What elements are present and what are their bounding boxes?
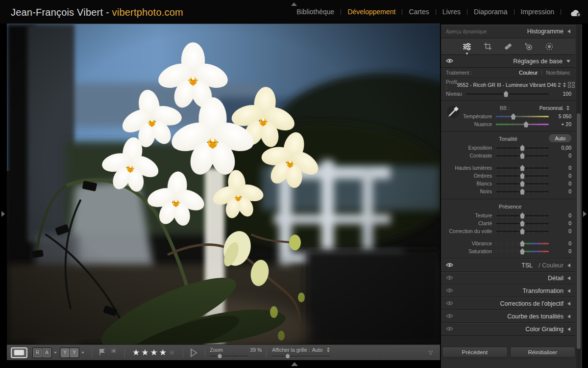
grid-slider-thumb[interactable] (285, 354, 290, 359)
tint-slider[interactable] (496, 120, 549, 128)
crop-tool[interactable] (483, 42, 492, 51)
compare-view-button[interactable]: Y Y (60, 347, 79, 358)
exposure-slider[interactable] (496, 144, 549, 152)
before-after-right[interactable]: A (43, 348, 51, 357)
module-diaporama[interactable]: Diaporama (473, 8, 508, 16)
blacks-slider[interactable] (496, 187, 549, 195)
panel-visibility-eye-icon[interactable] (446, 301, 453, 307)
whites-value[interactable]: 0 (549, 181, 571, 186)
panel-scrollbar[interactable] (576, 25, 581, 368)
tint-value[interactable]: + 20 (549, 121, 571, 127)
histogram-panel-header[interactable]: Aperçu dynamique Histogramme (441, 25, 575, 38)
texture-value[interactable]: 0 (549, 212, 571, 218)
module-developpement[interactable]: Développement (346, 8, 396, 16)
star-icon[interactable]: ★ (150, 348, 158, 357)
profile-amount-thumb[interactable] (503, 91, 509, 97)
collapse-arrow-icon[interactable] (567, 315, 570, 318)
contrast-slider[interactable] (496, 152, 549, 159)
compare-left[interactable]: Y (61, 348, 69, 357)
shadows-slider[interactable] (496, 172, 549, 180)
zoom-slider[interactable] (210, 354, 248, 359)
play-slideshow-icon[interactable] (191, 348, 197, 357)
temperature-value[interactable]: 5 050 (549, 113, 571, 119)
profile-amount-slider[interactable] (466, 90, 549, 98)
grid-mode-value[interactable]: Auto (312, 347, 323, 353)
red-eye-tool[interactable] (524, 42, 533, 51)
panel-visibility-eye-icon[interactable] (446, 263, 453, 268)
panel-visibility-eye-icon[interactable] (446, 58, 453, 64)
hsl-panel-header[interactable]: TSL/ Couleur (441, 259, 575, 272)
collapse-arrow-icon[interactable] (567, 29, 570, 33)
grid-mode-select[interactable]: Auto (312, 347, 332, 353)
panel-visibility-eye-icon[interactable] (446, 314, 453, 319)
wb-preset-value[interactable]: Personnal. (539, 105, 564, 111)
treatment-color-option[interactable]: Couleur (519, 70, 538, 76)
star-icon[interactable]: ★ (168, 348, 175, 357)
filmstrip-expand-arrow-icon[interactable] (291, 362, 298, 366)
module-livres[interactable]: Livres (441, 8, 462, 16)
tone-curve-panel-header[interactable]: Courbe des tonalités (441, 310, 575, 323)
whites-slider[interactable] (496, 180, 549, 187)
collapse-arrow-icon[interactable] (567, 276, 570, 280)
lens-corrections-panel-header[interactable]: Corrections de l'objectif (441, 297, 575, 310)
star-icon[interactable]: ★ (132, 348, 140, 357)
panel-scrollbar-thumb[interactable] (577, 113, 581, 349)
collapse-arrow-icon[interactable] (567, 289, 570, 293)
collapse-arrow-icon[interactable] (567, 327, 570, 331)
before-after-button[interactable]: R A (32, 347, 52, 358)
right-panel-collapse-arrow-icon[interactable] (583, 211, 587, 217)
profile-amount-value[interactable]: 100 (549, 91, 571, 97)
toolbar-options-chevron[interactable]: ▽ (425, 348, 436, 357)
before-after-dropdown-icon[interactable] (54, 352, 57, 354)
profile-browser-grid-icon[interactable] (568, 82, 575, 88)
profile-value[interactable]: 9552 - Ricoh GR III - Lumineux Vibrant D… (457, 82, 561, 88)
color-grading-panel-header[interactable]: Color Grading (441, 323, 575, 336)
photo-canvas-orchid[interactable] (7, 24, 440, 344)
compare-right[interactable]: Y (70, 348, 78, 357)
expanded-arrow-icon[interactable] (566, 60, 570, 63)
wb-combo-carets-icon[interactable] (566, 105, 569, 110)
white-balance-eyedropper-icon[interactable] (446, 105, 461, 120)
reset-button[interactable]: Réinitialiser (510, 347, 576, 358)
treatment-bw-option[interactable]: Noir/blanc (546, 70, 570, 76)
highlights-slider[interactable] (496, 164, 549, 172)
star-rating[interactable]: ★★★★★ (132, 348, 175, 357)
profile-combo-carets-icon[interactable] (563, 82, 566, 87)
shadows-value[interactable]: 0 (549, 173, 571, 179)
dehaze-slider[interactable] (496, 227, 549, 235)
texture-slider[interactable] (496, 211, 549, 219)
before-after-left[interactable]: R (33, 348, 42, 357)
top-panel-collapse-arrow-icon[interactable] (291, 2, 297, 6)
pick-flag-icon[interactable] (98, 348, 106, 357)
compare-dropdown-icon[interactable] (81, 352, 84, 354)
edit-sliders-tool[interactable] (463, 42, 471, 51)
zoom-slider-thumb[interactable] (218, 354, 222, 359)
auto-tone-button[interactable]: Auto (549, 134, 571, 142)
masking-tool[interactable] (545, 42, 554, 51)
basic-panel-header[interactable]: Réglages de base (441, 55, 575, 68)
clarity-value[interactable]: 0 (549, 220, 571, 226)
highlights-value[interactable]: 0 (549, 165, 571, 171)
module-bibliotheque[interactable]: Bibliothèque (295, 8, 335, 16)
saturation-value[interactable]: 0 (549, 248, 571, 254)
contrast-value[interactable]: 0 (549, 153, 571, 158)
left-panel-expand-arrow-icon[interactable] (1, 211, 5, 217)
grid-size-slider[interactable] (272, 354, 330, 359)
vibrance-value[interactable]: 0 (549, 240, 571, 246)
panel-visibility-eye-icon[interactable] (446, 326, 453, 332)
panel-visibility-eye-icon[interactable] (446, 275, 453, 281)
identity-site-link[interactable]: vibertphoto.com (112, 7, 183, 18)
transform-panel-header[interactable]: Transformation (441, 285, 575, 297)
detail-panel-header[interactable]: Détail (441, 272, 575, 285)
module-cartes[interactable]: Cartes (408, 8, 430, 16)
panel-visibility-eye-icon[interactable] (446, 288, 453, 294)
module-impression[interactable]: Impression (520, 8, 555, 16)
saturation-slider[interactable] (496, 247, 549, 255)
clarity-slider[interactable] (496, 219, 549, 227)
star-icon[interactable]: ★ (159, 348, 167, 357)
collapse-arrow-icon[interactable] (567, 302, 570, 306)
exposure-value[interactable]: 0,00 (549, 145, 571, 151)
vibrance-slider[interactable] (496, 239, 549, 247)
sync-cloud-icon[interactable] (569, 9, 582, 17)
reject-flag-icon[interactable] (110, 348, 118, 357)
